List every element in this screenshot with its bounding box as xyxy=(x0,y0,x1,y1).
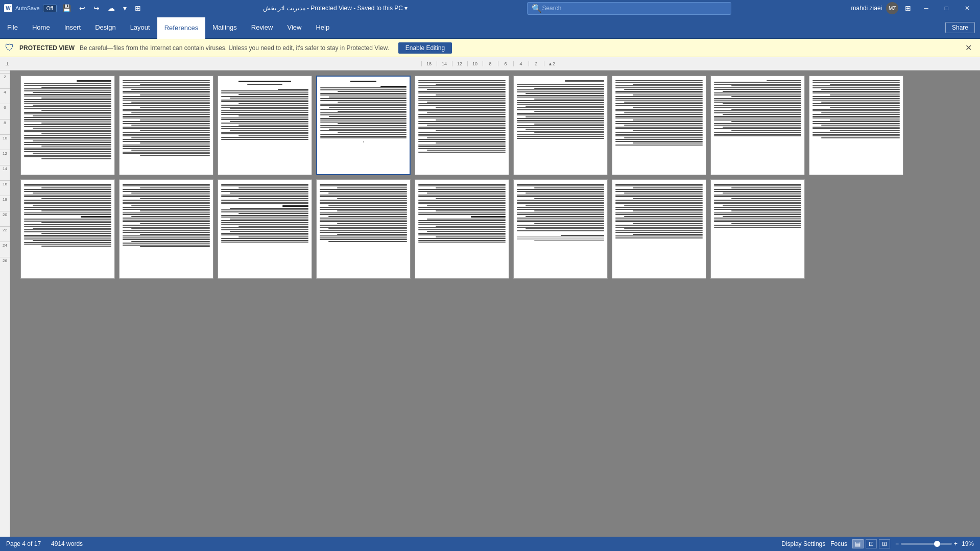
share-button[interactable]: Share xyxy=(945,22,975,33)
zoom-plus-icon[interactable]: + xyxy=(954,540,958,547)
zoom-minus-icon[interactable]: − xyxy=(895,540,899,547)
page-thumb-10[interactable] xyxy=(20,179,115,279)
thumb-content-4: 1 xyxy=(320,80,407,171)
thumb-content-1 xyxy=(24,79,111,172)
page-thumb-5[interactable] xyxy=(415,76,509,175)
tab-help[interactable]: Help xyxy=(308,16,337,39)
display-settings-button[interactable]: Display Settings xyxy=(781,540,825,547)
tab-home[interactable]: Home xyxy=(25,16,57,39)
vruler-26: 26 xyxy=(0,257,10,272)
thumb-content-3 xyxy=(221,79,308,172)
thumb-content-2 xyxy=(123,79,210,172)
read-mode-icon[interactable]: ⊞ xyxy=(879,539,890,548)
zoom-slider[interactable]: − + 19% xyxy=(895,540,974,547)
vruler-8: 8 xyxy=(0,119,10,134)
titlebar-right: mahdi ziaei MZ ⊞ ─ □ ✕ xyxy=(851,0,976,16)
ruler-num-18: 18 xyxy=(421,61,437,66)
word-logo-letter: W xyxy=(6,6,10,11)
customize-icon[interactable]: ⊞ xyxy=(132,3,144,13)
undo-icon[interactable]: ↩ xyxy=(77,3,88,13)
user-avatar[interactable]: MZ xyxy=(886,2,898,14)
page-thumb-7[interactable] xyxy=(612,76,706,175)
ruler-numbers: 18 14 12 10 8 6 4 2 ▲2 xyxy=(421,61,559,66)
vertical-ruler: 2 4 6 8 10 12 14 16 18 20 22 24 26 xyxy=(0,70,10,537)
page-thumb-2[interactable] xyxy=(119,76,213,175)
page-row-1: 1 xyxy=(20,76,970,175)
page-thumb-3[interactable] xyxy=(218,76,312,175)
vruler-14: 14 xyxy=(0,165,10,180)
zoom-track[interactable] xyxy=(901,543,952,545)
tab-references[interactable]: References xyxy=(157,16,205,39)
page-row-2 xyxy=(20,179,970,279)
page-thumb-9[interactable] xyxy=(809,76,903,175)
redo-icon[interactable]: ↪ xyxy=(91,3,102,13)
page-count: Page 4 of 17 xyxy=(6,540,41,547)
vruler-18: 18 xyxy=(0,196,10,211)
page-thumb-8[interactable] xyxy=(710,76,805,175)
page-thumb-12[interactable] xyxy=(218,179,312,279)
tab-mailings[interactable]: Mailings xyxy=(205,16,244,39)
account-icon[interactable]: ⊞ xyxy=(902,3,914,13)
search-icon: 🔍 xyxy=(532,4,542,13)
tab-layout[interactable]: Layout xyxy=(123,16,157,39)
page-thumb-13[interactable] xyxy=(316,179,411,279)
zoom-thumb[interactable] xyxy=(934,541,940,547)
thumb-content-13 xyxy=(320,183,407,275)
web-layout-icon[interactable]: ⊡ xyxy=(866,539,877,548)
save-icon[interactable]: 💾 xyxy=(60,3,74,13)
view-icons: ▤ ⊡ ⊞ xyxy=(852,539,890,548)
page-thumb-17[interactable] xyxy=(710,179,805,279)
tab-insert[interactable]: Insert xyxy=(57,16,88,39)
ruler-num-4: 4 xyxy=(513,61,529,66)
thumb-content-16 xyxy=(615,183,703,275)
thumb-content-10 xyxy=(24,183,111,275)
tab-file[interactable]: File xyxy=(0,16,25,39)
title-bar: W AutoSave Off 💾 ↩ ↪ ☁ ▾ ⊞ مدیریت اثر بخ… xyxy=(0,0,980,16)
focus-button[interactable]: Focus xyxy=(830,540,847,547)
close-button[interactable]: ✕ xyxy=(959,0,976,16)
thumb-content-6 xyxy=(517,79,604,172)
enable-editing-button[interactable]: Enable Editing xyxy=(398,42,452,54)
thumb-content-15 xyxy=(517,183,604,275)
page-thumb-14[interactable] xyxy=(415,179,509,279)
thumb-content-5 xyxy=(418,79,506,172)
page-thumb-15[interactable] xyxy=(513,179,608,279)
statusbar-right: Display Settings Focus ▤ ⊡ ⊞ − + 19% xyxy=(781,539,974,548)
search-box[interactable]: 🔍 xyxy=(527,2,731,15)
options-icon[interactable]: ▾ xyxy=(121,3,129,13)
tab-view[interactable]: View xyxy=(280,16,308,39)
main-area: 2 4 6 8 10 12 14 16 18 20 22 24 26 xyxy=(0,70,980,537)
word-logo: W xyxy=(4,4,12,12)
titlebar-left: W AutoSave Off 💾 ↩ ↪ ☁ ▾ ⊞ xyxy=(4,3,144,13)
ruler-num-14: 14 xyxy=(437,61,452,66)
vruler-4: 4 xyxy=(0,88,10,104)
vruler-16: 16 xyxy=(0,180,10,196)
page-thumb-6[interactable] xyxy=(513,76,608,175)
protected-bar-close[interactable]: ✕ xyxy=(962,43,975,53)
print-layout-icon[interactable]: ▤ xyxy=(852,539,864,548)
restore-button[interactable]: □ xyxy=(939,0,954,16)
thumb-content-17 xyxy=(714,183,801,275)
protected-view-message: Be careful—files from the Internet can c… xyxy=(80,44,389,52)
vruler-10: 10 xyxy=(0,134,10,150)
doc-title: مدیریت اثر بخش - Protected View - Saved … xyxy=(263,5,408,12)
ruler-num-12: 12 xyxy=(452,61,467,66)
protected-view-title: PROTECTED VIEW xyxy=(19,44,75,52)
page-thumb-1[interactable] xyxy=(20,76,115,175)
page-thumb-16[interactable] xyxy=(612,179,706,279)
word-count: 4914 words xyxy=(51,540,83,547)
cloud-icon[interactable]: ☁ xyxy=(105,3,117,13)
page-thumb-4[interactable]: 1 xyxy=(316,76,411,175)
search-input[interactable] xyxy=(542,5,721,12)
thumb-content-12 xyxy=(221,183,308,275)
tab-review[interactable]: Review xyxy=(244,16,280,39)
zoom-percent: 19% xyxy=(962,540,974,547)
tab-design[interactable]: Design xyxy=(88,16,123,39)
page-thumb-11[interactable] xyxy=(119,179,213,279)
autosave-label: AutoSave xyxy=(15,5,40,11)
document-area[interactable]: 1 xyxy=(10,70,980,537)
minimize-button[interactable]: ─ xyxy=(918,0,935,16)
autosave-toggle[interactable]: Off xyxy=(43,5,57,12)
vruler-22: 22 xyxy=(0,226,10,242)
shield-icon: 🛡 xyxy=(5,42,14,53)
